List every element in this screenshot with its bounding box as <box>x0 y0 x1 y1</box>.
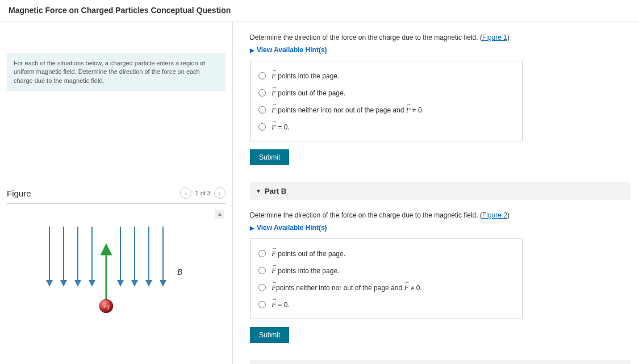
figure-canvas: ▲ <box>7 210 225 323</box>
part-a-option-3[interactable]: →F points neither into nor out of the pa… <box>258 101 514 118</box>
radio-input[interactable] <box>258 72 266 80</box>
page-header: Magnetic Force on Charged Particles Conc… <box>0 0 639 22</box>
left-column: For each of the situations below, a char… <box>0 22 233 364</box>
part-a-option-2[interactable]: →F points out of the page. <box>258 84 514 101</box>
charge-label: +q <box>103 303 110 309</box>
right-column: Determine the direction of the force on … <box>233 22 639 364</box>
figure-counter: 1 of 3 <box>195 190 211 196</box>
radio-input[interactable] <box>258 250 266 257</box>
part-b: Determine the direction of the force on … <box>250 211 630 360</box>
part-a-prompt: Determine the direction of the force on … <box>250 34 630 41</box>
b-field-label: B <box>177 268 182 277</box>
main-layout: For each of the situations below, a char… <box>0 22 639 364</box>
radio-input[interactable] <box>258 89 266 97</box>
page-title: Magnetic Force on Charged Particles Conc… <box>9 6 630 15</box>
caret-down-icon: ▼ <box>256 188 261 194</box>
part-a-submit-button[interactable]: Submit <box>250 149 289 165</box>
part-b-hints-toggle[interactable]: ▶ View Available Hint(s) <box>250 224 630 232</box>
part-a-option-1[interactable]: →F points into the page. <box>258 67 514 84</box>
radio-input[interactable] <box>258 123 266 131</box>
radio-input[interactable] <box>258 267 266 274</box>
part-b-option-4[interactable]: →F = 0. <box>258 296 514 313</box>
part-b-option-2[interactable]: →F points into the page. <box>258 262 514 279</box>
caret-right-icon: ▶ <box>250 225 254 231</box>
figure-header: Figure ‹ 1 of 3 › <box>7 187 225 204</box>
part-b-header[interactable]: ▼ Part B <box>250 182 630 200</box>
figure-section: Figure ‹ 1 of 3 › ▲ <box>0 187 232 323</box>
scroll-up-icon[interactable]: ▲ <box>215 210 224 219</box>
figure-title: Figure <box>7 189 31 198</box>
radio-input[interactable] <box>258 301 266 308</box>
part-b-option-1[interactable]: →F points out of the page. <box>258 245 514 262</box>
part-a-answers: →F points into the page. →F points out o… <box>250 61 523 141</box>
part-a-hints-toggle[interactable]: ▶ View Available Hint(s) <box>250 46 630 54</box>
figure-nav: ‹ 1 of 3 › <box>180 187 225 199</box>
part-b-submit-button[interactable]: Submit <box>250 327 289 343</box>
caret-right-icon: ▶ <box>250 47 254 53</box>
part-a: Determine the direction of the force on … <box>250 34 630 182</box>
part-b-answers: →F points out of the page. →F points int… <box>250 239 523 319</box>
part-b-option-3[interactable]: →Fpoints neither into nor out of the pag… <box>258 279 514 296</box>
part-c-header[interactable]: ▼ Part C <box>250 360 630 364</box>
part-b-prompt: Determine the direction of the force on … <box>250 211 630 219</box>
figure-prev-button[interactable]: ‹ <box>180 187 191 199</box>
figure-next-button[interactable]: › <box>214 187 225 199</box>
radio-input[interactable] <box>258 106 266 114</box>
figure-2-link[interactable]: Figure 2 <box>482 211 507 219</box>
radio-input[interactable] <box>258 284 266 291</box>
intro-text: For each of the situations below, a char… <box>7 53 225 91</box>
figure-1-link[interactable]: Figure 1 <box>482 34 507 41</box>
part-a-option-4[interactable]: →F = 0. <box>258 118 514 135</box>
figure-svg: +q B <box>12 215 211 317</box>
